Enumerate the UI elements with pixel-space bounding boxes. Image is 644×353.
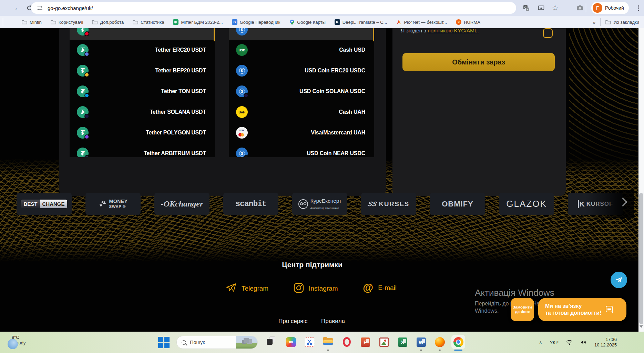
kyc-policy-link[interactable]: політикою KYC/AML.: [428, 28, 479, 33]
about-service-link[interactable]: Про сервіс: [278, 318, 308, 325]
usd-coin-icon: $: [236, 85, 248, 97]
snipping-tool-taskbar-icon[interactable]: [303, 335, 316, 349]
profile-name: Робочий: [605, 5, 624, 11]
partner-logo-bestchange[interactable]: BESTCHANGE: [17, 193, 72, 215]
list-scrollbar-thumb[interactable]: [373, 28, 374, 41]
visa-mastercard-icon: VISA: [236, 127, 248, 139]
bookmark-item[interactable]: Minfin: [22, 19, 42, 25]
list-scrollbar-thumb[interactable]: [214, 28, 215, 41]
partner-logo-obmify[interactable]: OBMIFY: [430, 193, 485, 215]
currency-row[interactable]: VISAVisa/Mastercard UAH: [229, 122, 374, 143]
opera-taskbar-icon[interactable]: [340, 335, 354, 349]
search-icon: [182, 340, 186, 345]
currency-row-selected[interactable]: ₮: [70, 28, 215, 40]
folder-icon: [92, 19, 98, 25]
currency-row[interactable]: ₮Tether POLYGON USDT: [70, 122, 215, 143]
gold-wave-pattern-top-right: [569, 28, 638, 174]
bookmark-item[interactable]: Доп.робота: [92, 19, 124, 25]
maps-icon: [289, 19, 295, 25]
scrollbar-down-arrow[interactable]: [640, 325, 643, 328]
url-text: go-go.exchange/uk/: [48, 5, 93, 11]
currency-row[interactable]: $USD Coin NEAR USDC: [229, 143, 374, 157]
currency-row[interactable]: $USD Coin ERC20 USDC: [229, 60, 374, 81]
partner-logo-kurses[interactable]: SSKURSES: [361, 193, 416, 215]
currency-row[interactable]: UAHCash UAH: [229, 102, 374, 122]
word-taskbar-icon[interactable]: W: [414, 335, 428, 349]
folder-icon: [605, 19, 611, 25]
bookmark-item[interactable]: ✕HURMA: [456, 19, 480, 25]
partner-logo-okchanger[interactable]: OKchanger: [154, 193, 209, 215]
profile-chip[interactable]: Г Робочий: [591, 2, 629, 14]
currency-row[interactable]: ₮Tether ARBITRUM USDT: [70, 143, 215, 157]
currency-row[interactable]: $USD Coin SOLANA USDC: [229, 81, 374, 102]
bookmarks-overflow-icon[interactable]: »: [593, 19, 595, 25]
partner-logo-kursexpert[interactable]: КурсЕкспертАнализатор обменников: [292, 193, 347, 215]
powerpoint-taskbar-icon[interactable]: P: [358, 335, 372, 349]
bookmark-item[interactable]: Google Карты: [289, 19, 326, 25]
currency-row-selected[interactable]: $: [229, 28, 374, 40]
bookmark-item[interactable]: Користувачі: [51, 19, 83, 25]
rules-link[interactable]: Правила: [321, 318, 345, 325]
excel-taskbar-icon[interactable]: X: [396, 335, 409, 349]
page-scrollbar[interactable]: [638, 28, 644, 332]
deepl-icon: [335, 19, 340, 25]
page-content: ₮₮Tether ERC20 USDT₮Tether BEP20 USDT₮Te…: [0, 28, 644, 332]
firefox-taskbar-icon[interactable]: [433, 335, 447, 349]
order-call-button[interactable]: Замовити дзвінок: [511, 298, 534, 321]
exchange-now-button[interactable]: Обміняти зараз: [402, 53, 555, 71]
bookmark-star-icon[interactable]: ☆: [550, 3, 560, 13]
email-icon: @: [363, 283, 373, 293]
search-highlight-image: [236, 336, 257, 349]
instagram-icon: [294, 283, 304, 294]
volume-icon[interactable]: [580, 340, 587, 345]
camera-icon[interactable]: [575, 3, 585, 13]
clock[interactable]: 17:36 10.12.2025: [594, 337, 617, 348]
taskbar-search[interactable]: Пошук: [176, 336, 258, 349]
cash-currency-icon: UAH: [236, 106, 248, 118]
scrollbar-thumb[interactable]: [639, 193, 643, 324]
usd-coin-icon: $: [236, 65, 248, 77]
menu-kebab-icon[interactable]: ⋮: [633, 3, 644, 13]
partner-logo-glazok[interactable]: GLAZOK: [499, 193, 554, 215]
partner-logo-scanbit[interactable]: scanbit: [223, 193, 278, 215]
tether-icon: ₮: [77, 85, 89, 97]
telegram-float-button[interactable]: [611, 272, 627, 288]
install-icon[interactable]: [536, 3, 546, 13]
currency-row[interactable]: ₮Tether TON USDT: [70, 81, 215, 102]
language-indicator[interactable]: УКР: [550, 340, 558, 345]
site-settings-icon[interactable]: [37, 5, 43, 11]
e-mail-link[interactable]: @E-mail: [363, 283, 397, 293]
usd-coin-icon: $: [236, 148, 248, 157]
start-button[interactable]: [158, 336, 170, 348]
partner-logo-kursof[interactable]: KKURSOF: [568, 193, 623, 215]
picture-manager-taskbar-icon[interactable]: [377, 335, 391, 349]
file-explorer-taskbar-icon[interactable]: [321, 335, 335, 349]
we-are-online-button[interactable]: Ми на зв'язкута готові допомогти!: [538, 298, 626, 321]
wifi-icon[interactable]: [566, 340, 573, 345]
chat-note-icon: [605, 305, 614, 314]
currency-row[interactable]: ₮Tether SOLANA USDT: [70, 102, 215, 122]
back-icon[interactable]: ←: [12, 3, 23, 13]
adobe-cc-taskbar-icon[interactable]: ∞: [284, 335, 298, 349]
all-bookmarks-button[interactable]: Усі закладки: [605, 19, 639, 25]
bookmark-item[interactable]: Мітінг БДМ 2023-2...: [173, 19, 223, 25]
currency-row[interactable]: ₮Tether ERC20 USDT: [70, 40, 215, 60]
svg-text:x: x: [527, 8, 528, 11]
currency-row[interactable]: USDCash USD: [229, 40, 374, 60]
tray-chevron-up-icon[interactable]: ∧: [539, 340, 542, 345]
url-bar[interactable]: go-go.exchange/uk/: [31, 2, 516, 14]
currency-row[interactable]: ₮Tether BEP20 USDT: [70, 60, 215, 81]
kyc-agreement-checkbox[interactable]: [543, 28, 553, 38]
bookmark-item[interactable]: DeepL Translate – C...: [335, 19, 387, 25]
partner-logo-moneyswap[interactable]: MONEYSWAP ®: [85, 193, 141, 215]
squares-app-taskbar-icon[interactable]: [265, 335, 279, 349]
telegram-link[interactable]: Telegram: [226, 283, 268, 294]
chrome-taskbar-icon[interactable]: [451, 335, 465, 349]
bookmark-item[interactable]: Pic4Net — безкошт...: [396, 19, 447, 25]
translate-icon[interactable]: Gx: [521, 3, 531, 13]
weather-widget[interactable]: 8°C Cloudy: [12, 335, 25, 346]
instagram-link[interactable]: Instagram: [294, 283, 338, 294]
tether-icon: ₮: [77, 127, 89, 139]
bookmark-item[interactable]: GGoogle Переводчик: [232, 19, 280, 25]
bookmark-item[interactable]: Статистика: [133, 19, 164, 25]
